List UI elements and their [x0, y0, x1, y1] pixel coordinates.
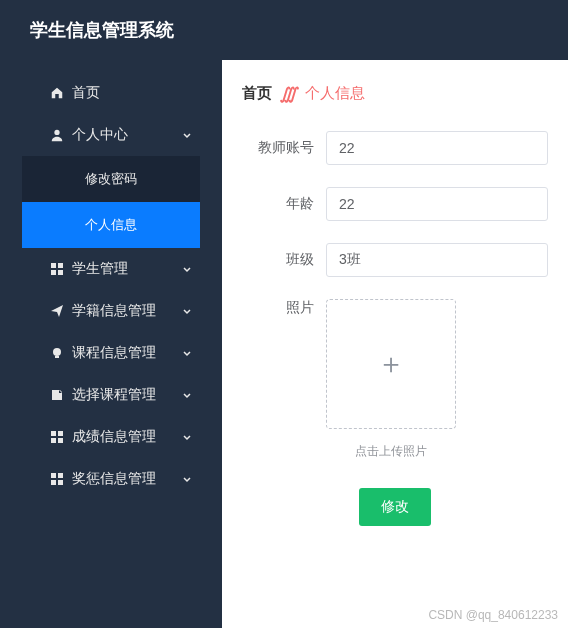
- grid-icon: [50, 430, 64, 444]
- class-input[interactable]: [326, 243, 548, 277]
- chevron-down-icon: [182, 432, 192, 442]
- form-label-class: 班级: [242, 251, 314, 269]
- form-row-class: 班级: [242, 243, 548, 277]
- sidebar-item-label: 成绩信息管理: [72, 428, 156, 446]
- breadcrumb: 首页 ∭ 个人信息: [242, 84, 548, 103]
- svg-rect-3: [51, 270, 56, 275]
- sidebar: 首页 个人中心 修改密码 个人信息 学生管理: [0, 60, 222, 628]
- sub-item-label: 修改密码: [85, 171, 137, 186]
- grid-icon: [50, 472, 64, 486]
- sidebar-sub-personal-info[interactable]: 个人信息: [22, 202, 200, 248]
- sidebar-item-enrollment[interactable]: 学籍信息管理: [0, 290, 222, 332]
- bulb-icon: [50, 346, 64, 360]
- chevron-down-icon: [182, 348, 192, 358]
- upload-tip: 点击上传照片: [355, 443, 427, 460]
- form-row-age: 年龄: [242, 187, 548, 221]
- sidebar-item-select-course[interactable]: 选择课程管理: [0, 374, 222, 416]
- svg-rect-1: [51, 263, 56, 268]
- sidebar-item-label: 首页: [72, 84, 100, 102]
- form-row-photo: 照片 ＋ 点击上传照片: [242, 299, 548, 460]
- breadcrumb-separator: ∭: [280, 84, 297, 103]
- sidebar-item-label: 课程信息管理: [72, 344, 156, 362]
- svg-rect-2: [58, 263, 63, 268]
- sidebar-item-label: 奖惩信息管理: [72, 470, 156, 488]
- svg-rect-10: [58, 438, 63, 443]
- svg-rect-6: [55, 356, 59, 358]
- watermark: CSDN @qq_840612233: [428, 608, 558, 622]
- book-icon: [50, 388, 64, 402]
- breadcrumb-current: 个人信息: [305, 84, 365, 103]
- sidebar-item-label: 选择课程管理: [72, 386, 156, 404]
- svg-rect-8: [58, 431, 63, 436]
- form-label-age: 年龄: [242, 195, 314, 213]
- svg-rect-11: [51, 473, 56, 478]
- chevron-down-icon: [182, 264, 192, 274]
- sidebar-item-course[interactable]: 课程信息管理: [0, 332, 222, 374]
- app-header: 学生信息管理系统: [0, 0, 568, 60]
- chevron-down-icon: [182, 390, 192, 400]
- sidebar-item-student[interactable]: 学生管理: [0, 248, 222, 290]
- person-icon: [50, 128, 64, 142]
- plus-icon: ＋: [377, 345, 405, 383]
- form-label-photo: 照片: [242, 299, 314, 317]
- grid-icon: [50, 262, 64, 276]
- svg-rect-12: [58, 473, 63, 478]
- main-content: 首页 ∭ 个人信息 教师账号 年龄 班级 照片 ＋: [222, 60, 568, 628]
- age-input[interactable]: [326, 187, 548, 221]
- upload-wrap: ＋ 点击上传照片: [326, 299, 456, 460]
- photo-upload-area[interactable]: ＋: [326, 299, 456, 429]
- send-icon: [50, 304, 64, 318]
- sidebar-item-profile[interactable]: 个人中心: [0, 114, 222, 156]
- teacher-account-input[interactable]: [326, 131, 548, 165]
- chevron-down-icon: [182, 130, 192, 140]
- button-row: 修改: [242, 488, 548, 526]
- breadcrumb-home[interactable]: 首页: [242, 84, 272, 103]
- svg-rect-4: [58, 270, 63, 275]
- svg-point-5: [53, 348, 61, 356]
- sidebar-item-label: 学生管理: [72, 260, 128, 278]
- submit-button[interactable]: 修改: [359, 488, 431, 526]
- form-label-account: 教师账号: [242, 139, 314, 157]
- form-row-account: 教师账号: [242, 131, 548, 165]
- svg-rect-14: [58, 480, 63, 485]
- sidebar-item-grade[interactable]: 成绩信息管理: [0, 416, 222, 458]
- chevron-down-icon: [182, 474, 192, 484]
- svg-rect-7: [51, 431, 56, 436]
- sidebar-item-reward[interactable]: 奖惩信息管理: [0, 458, 222, 500]
- sidebar-item-home[interactable]: 首页: [0, 72, 222, 114]
- svg-rect-9: [51, 438, 56, 443]
- sidebar-sub-change-password[interactable]: 修改密码: [22, 156, 200, 202]
- svg-rect-13: [51, 480, 56, 485]
- svg-point-0: [54, 130, 59, 135]
- sidebar-item-label: 个人中心: [72, 126, 128, 144]
- sub-item-label: 个人信息: [85, 217, 137, 232]
- sidebar-item-label: 学籍信息管理: [72, 302, 156, 320]
- chevron-down-icon: [182, 306, 192, 316]
- app-title: 学生信息管理系统: [30, 20, 174, 40]
- home-icon: [50, 86, 64, 100]
